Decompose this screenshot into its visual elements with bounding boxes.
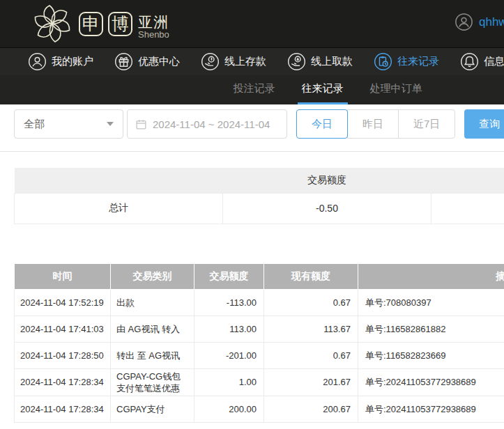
col-header-note: 摘要	[358, 263, 504, 289]
nav-item-deposit[interactable]: 线上存款	[201, 52, 266, 71]
summary-header-label: 交易额度	[223, 168, 432, 193]
cell-type: 由 AG视讯 转入	[111, 315, 194, 342]
subnav: 投注记录 往来记录 处理中订单	[0, 75, 504, 104]
quick-range-group: 今日 昨日 近7日	[296, 109, 455, 139]
withdraw-icon	[287, 52, 306, 71]
brand-logo[interactable]: 申 博 亚洲 Shenbo	[31, 2, 169, 45]
cell-amount: 200.00	[194, 396, 264, 422]
flower-logo-icon	[31, 2, 74, 45]
nav-label: 线上存款	[224, 55, 266, 68]
cell-note: 单号:708080397	[358, 289, 504, 315]
cell-type: 出款	[111, 289, 194, 315]
col-header-time: 时间	[15, 263, 111, 289]
cell-time: 2024-11-04 17:52:19	[15, 289, 111, 315]
cell-amount: 1.00	[194, 368, 264, 396]
cell-time: 2024-11-04 17:28:34	[15, 396, 111, 422]
col-header-balance: 现有额度	[264, 263, 358, 289]
top-header: 申 博 亚洲 Shenbo qhhw	[0, 0, 504, 47]
brand-region: 亚洲	[138, 15, 169, 30]
nav-label: 优惠中心	[138, 55, 180, 68]
username[interactable]: qhhw	[479, 15, 504, 29]
calendar-icon	[135, 118, 147, 130]
cell-note: 单号:116582823669	[358, 342, 504, 368]
cell-note: 单号:202411053772938689	[358, 368, 504, 396]
category-select[interactable]: 全部	[14, 109, 123, 139]
nav-item-messages[interactable]: 信息	[460, 52, 504, 71]
transactions-table: 时间 交易类别 交易额度 现有额度 摘要 2024-11-04 17:52:19…	[14, 263, 504, 423]
cell-note: 单号:202411053772938689	[358, 396, 504, 422]
deposit-icon	[201, 52, 220, 71]
cell-type: CGPAY支付	[111, 396, 194, 422]
records-icon	[374, 52, 392, 71]
cell-time: 2024-11-04 17:41:03	[15, 315, 111, 342]
nav-label: 往来记录	[397, 55, 439, 68]
summary-header-row: 交易额度	[15, 168, 504, 193]
cell-time: 2024-11-04 17:28:34	[15, 368, 111, 396]
summary-empty-cell	[432, 193, 504, 224]
col-header-type: 交易类别	[111, 263, 194, 289]
summary-header-spacer	[432, 168, 504, 193]
table-row: 2024-11-04 17:28:34 CGPAY支付 200.00 200.6…	[15, 396, 504, 422]
cell-type: CGPAY-CG钱包支付笔笔送优惠	[111, 368, 194, 396]
brand-subtitle: Shenbo	[138, 30, 169, 40]
table-row: 2024-11-04 17:41:03 由 AG视讯 转入 113.00 113…	[15, 315, 504, 342]
summary-total-value: -0.50	[223, 193, 432, 224]
user-avatar-icon	[455, 13, 473, 31]
cell-balance: 0.67	[264, 342, 358, 368]
cell-note: 单号:116582861882	[358, 315, 504, 342]
account-menu[interactable]: qhhw	[455, 13, 504, 31]
gift-icon	[114, 52, 133, 71]
transactions-header-row: 时间 交易类别 交易额度 现有额度 摘要	[15, 263, 504, 289]
page: 申 博 亚洲 Shenbo qhhw 我的账户	[0, 0, 504, 423]
date-range-value: 2024-11-04 ~ 2024-11-04	[153, 118, 270, 130]
cell-time: 2024-11-04 17:28:50	[15, 342, 111, 368]
cell-amount: 113.00	[194, 315, 264, 342]
summary-table: 交易额度 总计 -0.50	[14, 168, 504, 224]
transactions-body: 2024-11-04 17:52:19 出款 -113.00 0.67 单号:7…	[15, 289, 504, 422]
category-select-value: 全部	[24, 118, 45, 131]
cell-type: 转出 至 AG视讯	[111, 342, 194, 368]
cell-amount: -113.00	[194, 289, 264, 315]
summary-total-label: 总计	[15, 193, 223, 224]
tab-transaction-records[interactable]: 往来记录	[298, 75, 348, 104]
nav-item-my-account[interactable]: 我的账户	[28, 52, 93, 71]
chevron-down-icon	[107, 122, 114, 126]
yesterday-button[interactable]: 昨日	[347, 109, 399, 139]
bell-icon	[460, 52, 479, 71]
cell-balance: 200.67	[264, 396, 358, 422]
date-range-input[interactable]: 2024-11-04 ~ 2024-11-04	[127, 109, 287, 139]
col-header-amount: 交易额度	[194, 263, 264, 289]
nav-label: 信息	[484, 55, 504, 68]
main-nav: 我的账户 优惠中心 线上存款 线上取款 往来记录	[0, 47, 504, 75]
summary-header-spacer	[15, 168, 223, 193]
cell-balance: 201.67	[264, 368, 358, 396]
nav-label: 我的账户	[52, 55, 93, 68]
table-row: 2024-11-04 17:28:50 转出 至 AG视讯 -201.00 0.…	[15, 342, 504, 368]
brand-char-right: 博	[108, 12, 132, 36]
tab-pending-orders[interactable]: 处理中订单	[366, 75, 427, 104]
summary-total-row: 总计 -0.50	[15, 193, 504, 224]
last7days-button[interactable]: 近7日	[398, 109, 455, 139]
table-row: 2024-11-04 17:28:34 CGPAY-CG钱包支付笔笔送优惠 1.…	[15, 368, 504, 396]
cell-balance: 113.67	[264, 315, 358, 342]
nav-item-withdraw[interactable]: 线上取款	[287, 52, 353, 71]
today-button[interactable]: 今日	[296, 109, 348, 139]
filter-bar: 全部 2024-11-04 ~ 2024-11-04 今日 昨日 近7日 查询	[0, 104, 504, 152]
nav-label: 线上取款	[311, 55, 353, 68]
user-icon	[28, 52, 47, 71]
tab-bet-records[interactable]: 投注记录	[229, 75, 280, 104]
brand-char-left: 申	[79, 12, 103, 36]
table-row: 2024-11-04 17:52:19 出款 -113.00 0.67 单号:7…	[15, 289, 504, 315]
cell-balance: 0.67	[264, 289, 358, 315]
search-button[interactable]: 查询	[464, 109, 504, 139]
nav-item-transactions[interactable]: 往来记录	[374, 52, 439, 71]
nav-item-promotions[interactable]: 优惠中心	[114, 52, 180, 71]
cell-amount: -201.00	[194, 342, 264, 368]
